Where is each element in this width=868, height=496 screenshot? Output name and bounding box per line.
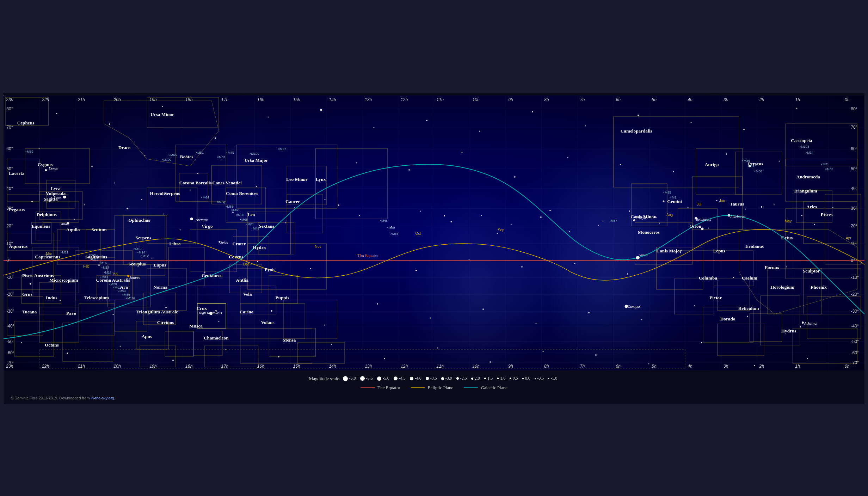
mag-val-11: 1.0 bbox=[500, 376, 505, 381]
mag-dot-12 bbox=[510, 378, 511, 379]
svg-text:Jan: Jan bbox=[112, 272, 117, 276]
svg-text:-20°: -20° bbox=[851, 292, 859, 297]
svg-text:20h: 20h bbox=[113, 364, 121, 369]
svg-rect-109 bbox=[703, 307, 753, 342]
svg-text:Apus: Apus bbox=[142, 334, 152, 339]
svg-text:3h: 3h bbox=[724, 364, 728, 369]
svg-text:×M18: ×M18 bbox=[103, 271, 111, 274]
svg-text:50°: 50° bbox=[851, 166, 857, 171]
svg-text:20h: 20h bbox=[113, 97, 121, 102]
svg-text:Apr: Apr bbox=[846, 236, 851, 240]
svg-text:11h: 11h bbox=[437, 97, 444, 102]
svg-text:Lupus: Lupus bbox=[153, 262, 166, 268]
top-ra-axis bbox=[4, 93, 864, 96]
svg-text:Orion: Orion bbox=[689, 223, 702, 229]
svg-text:×M34: ×M34 bbox=[805, 151, 813, 154]
svg-point-147 bbox=[162, 213, 164, 214]
svg-rect-97 bbox=[768, 268, 821, 314]
mag-item-9: 2.0 bbox=[471, 376, 480, 381]
copyright-text: © Dominic Ford 2011-2019. Downloaded fro… bbox=[11, 396, 91, 400]
svg-text:10h: 10h bbox=[472, 364, 480, 369]
magnitude-scale-row: Magnitude scale: -6.0 -5.5 -5.0 -4.5 -4.… bbox=[309, 376, 559, 381]
svg-text:19h: 19h bbox=[149, 97, 157, 102]
svg-text:5h: 5h bbox=[652, 97, 657, 102]
svg-text:May: May bbox=[785, 219, 792, 223]
svg-text:Dorado: Dorado bbox=[720, 316, 735, 322]
svg-text:Canopus: Canopus bbox=[628, 305, 640, 308]
svg-text:-40°: -40° bbox=[6, 324, 14, 329]
svg-point-136 bbox=[45, 169, 47, 171]
svg-rect-59 bbox=[657, 247, 703, 289]
svg-text:×M16: ×M16 bbox=[99, 261, 107, 265]
svg-text:Pavo: Pavo bbox=[66, 311, 76, 316]
svg-rect-99 bbox=[14, 321, 54, 356]
svg-text:Crux: Crux bbox=[197, 306, 207, 311]
svg-rect-92 bbox=[283, 300, 337, 339]
svg-text:2h: 2h bbox=[759, 97, 764, 102]
mag-item-13: 0.0 bbox=[522, 376, 530, 381]
svg-text:-60°: -60° bbox=[6, 350, 14, 355]
svg-text:4h: 4h bbox=[688, 97, 692, 102]
svg-rect-103 bbox=[193, 331, 222, 356]
galactic-legend-label: Galactic Plane bbox=[481, 385, 507, 391]
svg-point-131 bbox=[190, 218, 193, 220]
svg-rect-56 bbox=[197, 286, 269, 328]
svg-text:70°: 70° bbox=[6, 125, 13, 130]
svg-text:Vega: Vega bbox=[54, 195, 61, 199]
svg-text:Perseus: Perseus bbox=[748, 161, 763, 166]
svg-text:Sculptor: Sculptor bbox=[803, 268, 820, 274]
mag-dot-9 bbox=[471, 378, 473, 380]
svg-text:Lepus: Lepus bbox=[713, 248, 725, 253]
svg-text:22h: 22h bbox=[42, 97, 49, 102]
svg-text:×M48: ×M48 bbox=[380, 219, 388, 222]
svg-text:80°: 80° bbox=[851, 106, 857, 111]
svg-text:18h: 18h bbox=[185, 97, 193, 102]
svg-text:13h: 13h bbox=[365, 364, 372, 369]
svg-text:Hydrus: Hydrus bbox=[781, 328, 796, 333]
svg-text:17h: 17h bbox=[221, 364, 229, 369]
svg-text:Tucana: Tucana bbox=[22, 309, 37, 314]
mag-dot-13 bbox=[522, 378, 524, 379]
svg-rect-83 bbox=[39, 282, 75, 314]
svg-text:12h: 12h bbox=[401, 364, 408, 369]
map-svg: ×M69 ×M100 ×M65 ×M51 ×M63 ×M49 ×M109 ×M9… bbox=[4, 96, 864, 371]
svg-point-168 bbox=[801, 215, 802, 216]
svg-text:×M61: ×M61 bbox=[246, 222, 254, 226]
svg-text:Cetus: Cetus bbox=[781, 235, 793, 240]
svg-text:5h: 5h bbox=[652, 364, 657, 369]
svg-text:Reticulum: Reticulum bbox=[738, 306, 759, 311]
svg-text:80°: 80° bbox=[6, 106, 13, 111]
svg-rect-43 bbox=[25, 148, 90, 184]
svg-text:Arcturus: Arcturus bbox=[196, 218, 208, 222]
svg-point-145 bbox=[114, 182, 115, 183]
svg-text:Ursa Minor: Ursa Minor bbox=[150, 112, 174, 117]
svg-text:Octans: Octans bbox=[45, 342, 59, 348]
svg-text:Deneb: Deneb bbox=[48, 166, 58, 170]
svg-text:Equuleus: Equuleus bbox=[31, 223, 50, 229]
copyright-section: © Dominic Ford 2011-2019. Downloaded fro… bbox=[4, 394, 864, 404]
copyright-link[interactable]: in-the-sky.org bbox=[91, 396, 114, 400]
svg-text:0h: 0h bbox=[845, 97, 850, 102]
svg-text:15h: 15h bbox=[293, 364, 300, 369]
svg-text:Spica: Spica bbox=[220, 240, 228, 244]
svg-text:9h: 9h bbox=[508, 97, 513, 102]
mag-val-13: 0.0 bbox=[525, 376, 530, 381]
svg-text:×M103: ×M103 bbox=[799, 145, 809, 148]
svg-text:18h: 18h bbox=[185, 364, 193, 369]
svg-point-160 bbox=[569, 231, 570, 232]
svg-text:Canes Venatici: Canes Venatici bbox=[212, 180, 242, 185]
mag-val-14: -0.5 bbox=[537, 376, 544, 381]
svg-point-167 bbox=[774, 203, 775, 204]
svg-text:Procyon: Procyon bbox=[635, 216, 648, 220]
svg-rect-112 bbox=[718, 324, 764, 356]
svg-text:Dec: Dec bbox=[243, 262, 250, 266]
mag-val-9: 2.0 bbox=[475, 376, 480, 381]
svg-text:Nov: Nov bbox=[315, 245, 321, 249]
svg-text:Ursa Major: Ursa Major bbox=[245, 158, 268, 163]
svg-text:14h: 14h bbox=[329, 97, 336, 102]
svg-text:×M66: ×M66 bbox=[231, 208, 239, 212]
svg-text:40°: 40° bbox=[851, 186, 857, 191]
mag-item-2: -5.5 bbox=[360, 376, 373, 381]
svg-text:×M85: ×M85 bbox=[225, 205, 233, 208]
svg-text:20°: 20° bbox=[6, 223, 13, 228]
